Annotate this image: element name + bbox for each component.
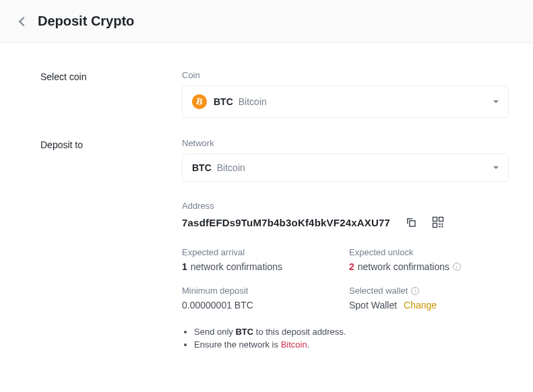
svg-rect-3: [433, 224, 437, 228]
network-field-label: Network: [182, 138, 509, 148]
section-label-select-coin: Select coin: [40, 70, 182, 118]
page-header: Deposit Crypto: [0, 0, 533, 43]
selected-wallet-cell: Selected wallet i Spot Wallet Change: [349, 286, 509, 311]
info-icon[interactable]: i: [411, 287, 419, 295]
network-symbol: BTC: [192, 162, 212, 173]
change-wallet-link[interactable]: Change: [404, 300, 437, 311]
section-deposit-to: Deposit to Network BTC Bitcoin Address 7…: [40, 138, 493, 352]
network-name: Bitcoin: [217, 162, 245, 173]
min-deposit-cell: Minimum deposit 0.00000001 BTC: [182, 286, 349, 311]
svg-rect-7: [441, 226, 443, 227]
coin-select[interactable]: B BTC Bitcoin: [182, 86, 509, 118]
coin-name: Bitcoin: [239, 96, 267, 107]
address-block: Address 7asdfEFDs9TuM7b4b3oKf4bkVF24xAXU…: [182, 201, 509, 228]
network-select[interactable]: BTC Bitcoin: [182, 154, 509, 182]
selected-wallet-value: Spot Wallet: [349, 300, 397, 311]
qr-code-icon[interactable]: [432, 216, 444, 228]
section-select-coin: Select coin Coin B BTC Bitcoin: [40, 70, 493, 118]
coin-symbol: BTC: [214, 96, 233, 107]
note-send-only: Send only BTC to this deposit address.: [194, 327, 509, 337]
expected-unlock-cell: Expected unlock 2 network confirmations …: [349, 247, 509, 272]
caret-down-icon: [493, 166, 499, 169]
back-chevron-icon[interactable]: [19, 16, 28, 26]
copy-icon[interactable]: [405, 216, 417, 228]
expected-unlock-suffix: network confirmations: [358, 261, 449, 272]
expected-arrival-num: 1: [182, 261, 187, 272]
selected-wallet-label: Selected wallet: [349, 286, 408, 296]
caret-down-icon: [493, 100, 499, 103]
section-label-deposit-to: Deposit to: [40, 138, 182, 352]
deposit-address: 7asdfEFDs9TuM7b4b3oKf4bkVF24xAXU77: [182, 217, 390, 228]
content-area: Select coin Coin B BTC Bitcoin Deposit t…: [0, 43, 533, 392]
min-deposit-value: 0.00000001 BTC: [182, 300, 349, 311]
expected-arrival-suffix: network confirmations: [191, 261, 282, 272]
svg-rect-6: [439, 226, 441, 227]
svg-rect-4: [439, 224, 441, 225]
svg-rect-0: [410, 221, 415, 226]
expected-arrival-label: Expected arrival: [182, 247, 349, 257]
bitcoin-icon: B: [191, 93, 208, 110]
deposit-notes: Send only BTC to this deposit address. E…: [182, 327, 509, 350]
info-grid: Expected arrival 1 network confirmations…: [182, 247, 509, 311]
svg-rect-2: [439, 218, 443, 222]
expected-unlock-label: Expected unlock: [349, 247, 509, 257]
info-icon[interactable]: i: [453, 263, 461, 271]
note-ensure-network: Ensure the network is Bitcoin.: [194, 339, 509, 350]
coin-field-label: Coin: [182, 70, 509, 80]
address-label: Address: [182, 201, 509, 211]
svg-rect-1: [433, 218, 437, 222]
min-deposit-label: Minimum deposit: [182, 286, 349, 296]
page-title: Deposit Crypto: [38, 13, 134, 29]
svg-rect-5: [441, 224, 443, 225]
expected-arrival-cell: Expected arrival 1 network confirmations: [182, 247, 349, 272]
expected-unlock-num: 2: [349, 261, 354, 272]
